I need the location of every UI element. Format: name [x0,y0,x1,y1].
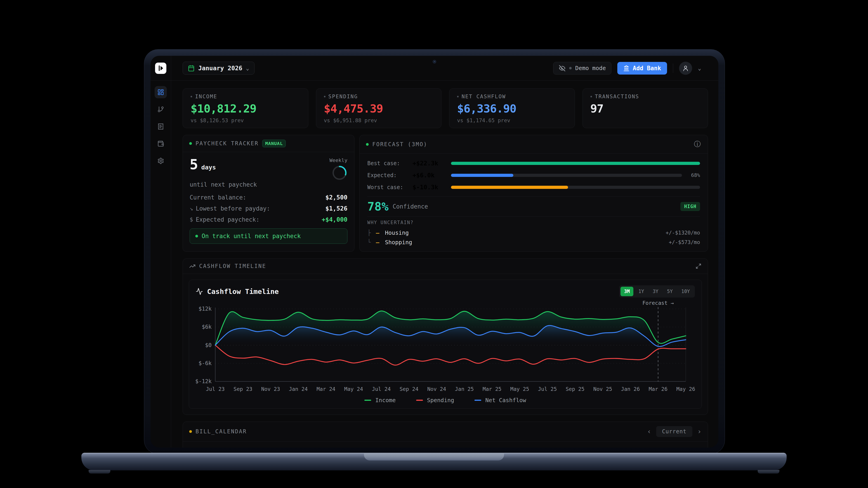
demo-status-dot [569,67,572,69]
account-chevron-icon[interactable]: ⌄ [698,65,701,71]
amber-dash-icon: – [376,239,385,246]
webcam-dot [433,60,436,64]
sidebar-item-settings[interactable] [155,155,167,167]
laptop-base [81,453,786,470]
current-balance-row: Current balance: $2,500 [190,194,347,201]
sidebar-item-branches[interactable] [155,103,167,116]
paycheck-body: 5 days Weekly [183,152,354,250]
stat-dot-icon [324,96,326,97]
stat-dot-icon [457,96,459,97]
tree-branch-glyph: └ [367,239,376,246]
stat-label: NET CASHFLOW [457,94,567,99]
status-dot-icon [195,235,198,237]
prev-month-button[interactable]: ‹ [647,427,651,435]
row-value: $2,500 [325,194,347,201]
bill-calendar-title: BILL_CALENDAR [195,428,247,435]
legend-label: Spending [427,397,454,403]
svg-text:$6k: $6k [202,324,212,330]
scenario-label: Worst case: [367,184,412,191]
avatar[interactable] [679,62,692,75]
chart-title-row: Cashflow Timeline 3M 1Y 3Y 5Y 10Y [196,285,695,297]
selected-month: January 2026 [198,65,242,72]
stat-prev: vs $6,951.88 prev [324,118,434,123]
range-button-3y[interactable]: 3Y [649,287,662,296]
on-track-text: On track until next paycheck [202,233,301,239]
calendar-icon [188,65,195,72]
uncertainty-row-housing: ├ – Housing +/-$1320/mo [367,228,700,237]
row-label: Lowest before payday: [196,205,270,212]
paycheck-tracker-panel: PAYCHECK TRACKER MANUAL 5 days Weekly [183,135,354,252]
chart-legend: Income Spending Net Cashflow [196,396,695,406]
legend-item-spending: Spending [416,397,454,403]
svg-text:Nov 25: Nov 25 [593,386,612,392]
gear-icon [157,158,164,164]
stat-prev: vs $1,174.65 prev [457,118,567,123]
range-button-1y[interactable]: 1Y [635,287,648,296]
range-button-5y[interactable]: 5Y [663,287,676,296]
next-month-button[interactable]: › [698,427,702,435]
header-divider [673,64,673,73]
pay-cycle-label: Weekly [330,158,347,163]
income-color-chip [364,400,371,401]
bank-icon [623,65,629,71]
main-content: INCOME $10,812.29 vs $8,126.53 prev SPEN… [171,80,718,448]
laptop-mockup: January 2026 ⌄ Demo mode Add Bank [144,49,725,454]
sidebar-item-receipts[interactable] [155,121,167,133]
info-icon[interactable]: ⓘ [694,140,702,149]
scenario-bar [451,162,700,165]
range-button-3m[interactable]: 3M [620,287,633,296]
stat-card-spending: SPENDING $4,475.39 vs $6,951.88 prev [316,88,442,128]
current-month-button[interactable]: Current [656,426,692,437]
row-value: +$4,000 [322,216,347,223]
laptop-foot [89,470,110,474]
legend-label: Income [375,397,396,403]
amber-dash-icon: – [376,230,385,236]
range-button-10y[interactable]: 10Y [678,287,693,296]
svg-text:Sep 24: Sep 24 [400,386,418,392]
user-icon [682,65,689,72]
app-logo[interactable] [155,63,166,74]
cashflow-chart-card: Cashflow Timeline 3M 1Y 3Y 5Y 10Y Foreca… [189,280,702,409]
svg-text:Jan 26: Jan 26 [621,386,640,392]
pay-cycle: Weekly [330,158,347,181]
paycheck-rows: Current balance: $2,500 ↘ Lowest before … [190,194,347,223]
expected-row: Expected: +$6.0k 68% [367,169,700,181]
manual-badge: MANUAL [262,140,286,147]
app-body: INCOME $10,812.29 vs $8,126.53 prev SPEN… [151,80,718,448]
stat-card-transactions: TRANSACTIONS 97 [583,88,708,128]
header-actions: Demo mode Add Bank ⌄ [553,62,701,75]
cashflow-chart[interactable]: Forecast →$12k$6k$0$-6k$-12kJul 23Sep 23… [196,298,695,396]
uncertainty-row-shopping: └ – Shopping +/-$573/mo [367,237,700,247]
divider [367,196,700,197]
scenario-bar [451,186,700,189]
scenario-value: +$6.0k [412,172,451,179]
svg-text:Jul 24: Jul 24 [372,386,391,392]
days-until-paycheck: 5 [190,158,198,171]
panels-row: PAYCHECK TRACKER MANUAL 5 days Weekly [183,135,708,252]
app-header: January 2026 ⌄ Demo mode Add Bank [151,56,718,80]
stat-card-net-cashflow: NET CASHFLOW $6,336.90 vs $1,174.65 prev [449,88,575,128]
logo-container [151,56,171,80]
sidebar-item-dashboard[interactable] [155,86,167,98]
demo-mode-toggle[interactable]: Demo mode [553,62,612,74]
stats-row: INCOME $10,812.29 vs $8,126.53 prev SPEN… [183,88,708,128]
svg-text:Sep 23: Sep 23 [234,386,252,392]
row-label: Expected paycheck: [196,216,259,223]
category-name: Housing [385,230,409,236]
forecast-header: FORECAST (3MO) ⓘ [360,135,708,154]
bill-calendar-section: BILL_CALENDAR ‹ Current › February 2026 [183,422,708,448]
bill-month-title: February 2026 [183,442,708,448]
forecast-panel: FORECAST (3MO) ⓘ Best case: +$22.3k Expe… [360,135,708,252]
days-unit: days [201,164,216,171]
scenario-bar-fill [451,174,513,177]
forecast-body: Best case: +$22.3k Expected: +$6.0k 68% [360,154,708,252]
expand-icon[interactable] [695,263,702,269]
worst-case-row: Worst case: $-10.3k [367,181,700,193]
laptop-base-notch [364,453,504,460]
svg-text:Mar 26: Mar 26 [649,386,668,392]
add-bank-button[interactable]: Add Bank [617,62,667,74]
month-selector[interactable]: January 2026 ⌄ [183,62,254,74]
sidebar-item-wallet[interactable] [155,138,167,150]
lowest-before-payday-row: ↘ Lowest before payday: $1,526 [190,205,347,212]
amber-dot-icon [189,430,192,433]
